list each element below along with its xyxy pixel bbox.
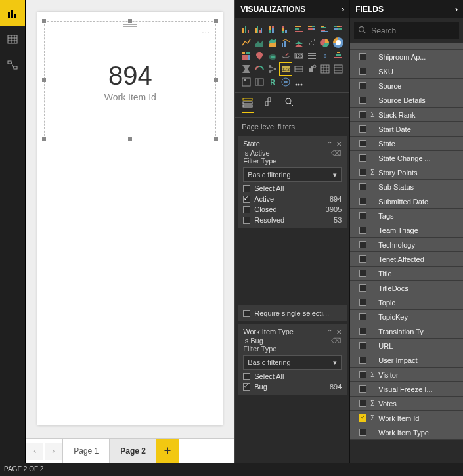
vis-type-icon[interactable] — [254, 63, 265, 75]
checkbox[interactable] — [243, 373, 250, 380]
field-checkbox[interactable] — [359, 169, 366, 176]
remove-filter-icon[interactable]: ✕ — [336, 141, 342, 148]
vis-type-icon[interactable] — [267, 24, 278, 35]
vis-type-icon[interactable] — [306, 63, 318, 75]
filter-type-select[interactable]: Basic filtering▾ — [243, 167, 342, 182]
fields-mode-tab[interactable] — [242, 97, 254, 113]
remove-filter-icon[interactable]: ✕ — [336, 328, 342, 335]
field-row[interactable]: ΣVisitor — [350, 368, 463, 382]
field-row[interactable]: SKU — [350, 64, 463, 79]
vis-type-icon[interactable] — [240, 76, 252, 88]
field-checkbox[interactable] — [359, 400, 366, 407]
add-page-button[interactable]: + — [156, 439, 179, 464]
vis-type-icon[interactable] — [240, 63, 252, 75]
field-checkbox[interactable] — [359, 125, 366, 133]
field-checkbox[interactable] — [359, 299, 366, 306]
field-row[interactable]: URL — [350, 339, 463, 353]
checkbox[interactable] — [243, 185, 250, 192]
card-visual[interactable]: ··· 894 Work Item Id — [44, 21, 216, 139]
filter-option[interactable]: Active894 — [243, 195, 342, 203]
prev-page-button[interactable]: ‹ — [26, 443, 43, 460]
field-row[interactable]: Translation Ty... — [350, 324, 463, 339]
filter-option[interactable]: Bug894 — [243, 383, 342, 391]
vis-type-icon[interactable] — [306, 37, 318, 49]
field-row[interactable]: Work Item Type — [350, 425, 463, 440]
vis-type-icon[interactable] — [254, 50, 265, 62]
next-page-button[interactable]: › — [45, 443, 62, 460]
field-checkbox[interactable] — [359, 241, 366, 248]
vis-type-icon[interactable] — [267, 37, 278, 49]
report-view-button[interactable] — [0, 0, 25, 26]
resize-handle[interactable] — [42, 19, 46, 23]
filter-option[interactable]: Select All — [243, 184, 342, 192]
field-checkbox[interactable] — [359, 342, 366, 349]
vis-type-icon[interactable] — [332, 63, 344, 75]
checkbox[interactable] — [243, 310, 250, 317]
field-checkbox[interactable] — [359, 183, 366, 190]
field-row[interactable]: Tenet Affected — [350, 252, 463, 267]
vis-type-icon[interactable] — [306, 50, 318, 62]
vis-type-icon[interactable] — [267, 50, 278, 62]
field-checkbox[interactable] — [359, 270, 366, 277]
field-row[interactable]: Topic — [350, 295, 463, 310]
field-checkbox[interactable] — [359, 97, 366, 104]
vis-type-icon[interactable] — [240, 50, 252, 62]
field-checkbox[interactable] — [359, 227, 366, 234]
field-checkbox[interactable] — [359, 313, 366, 320]
vis-type-icon[interactable] — [332, 50, 344, 62]
analytics-mode-tab[interactable] — [284, 97, 296, 113]
filter-option[interactable]: Resolved53 — [243, 216, 342, 224]
field-row[interactable]: Team Triage — [350, 223, 463, 238]
field-checkbox[interactable] — [359, 154, 366, 162]
field-row[interactable]: TitleDocs — [350, 281, 463, 295]
vis-type-icon[interactable]: R — [267, 76, 278, 88]
vis-type-icon[interactable] — [280, 50, 292, 62]
field-row[interactable]: Submitted Date — [350, 194, 463, 209]
vis-type-icon[interactable] — [293, 37, 305, 49]
vis-type-icon[interactable] — [293, 63, 305, 75]
vis-type-icon[interactable] — [332, 37, 344, 49]
visual-options-icon[interactable]: ··· — [202, 27, 210, 36]
vis-type-icon[interactable] — [306, 24, 318, 35]
field-row[interactable]: Technology — [350, 238, 463, 252]
field-row[interactable]: Shiproom Ap... — [350, 50, 463, 64]
vis-type-icon[interactable] — [319, 63, 331, 75]
filter-type-select[interactable]: Basic filtering▾ — [243, 355, 342, 370]
page-tab[interactable]: Page 1 — [62, 439, 109, 464]
field-checkbox[interactable] — [359, 255, 366, 263]
fields-header[interactable]: FIELDS › — [350, 0, 463, 18]
vis-type-icon[interactable] — [319, 24, 331, 35]
checkbox[interactable] — [243, 383, 250, 391]
filter-option[interactable]: Closed3905 — [243, 206, 342, 213]
field-row[interactable]: User Impact — [350, 353, 463, 368]
field-checkbox[interactable] — [359, 212, 366, 219]
vis-type-icon[interactable]: 123 — [280, 63, 292, 75]
vis-type-icon[interactable] — [332, 24, 344, 35]
filter-option[interactable]: Select All — [243, 372, 342, 380]
field-row[interactable]: Source — [350, 79, 463, 93]
vis-type-icon[interactable] — [254, 76, 265, 88]
vis-type-icon[interactable] — [293, 24, 305, 35]
data-view-button[interactable] — [0, 26, 25, 53]
resize-handle[interactable] — [214, 137, 218, 141]
field-row[interactable]: TopicKey — [350, 310, 463, 324]
vis-type-icon[interactable] — [254, 24, 265, 35]
resize-handle[interactable] — [128, 137, 132, 141]
clear-filter-icon[interactable]: ⌫ — [331, 149, 342, 158]
field-row[interactable]: Visual Freeze I... — [350, 382, 463, 397]
field-row[interactable]: ΣStack Rank — [350, 108, 463, 122]
field-row[interactable]: Tags — [350, 209, 463, 223]
checkbox[interactable] — [243, 196, 250, 203]
clear-filter-icon[interactable]: ⌫ — [331, 337, 342, 345]
field-row[interactable]: ΣVotes — [350, 397, 463, 411]
field-row[interactable]: Title — [350, 267, 463, 281]
field-checkbox[interactable] — [359, 371, 366, 378]
vis-type-icon[interactable]: 123 — [293, 50, 305, 62]
field-checkbox[interactable] — [359, 357, 366, 364]
checkbox[interactable] — [243, 217, 250, 224]
collapse-icon[interactable]: ⌃ — [327, 328, 332, 335]
field-checkbox[interactable] — [359, 140, 366, 147]
vis-type-icon[interactable] — [240, 24, 252, 35]
field-checkbox[interactable] — [359, 385, 366, 393]
field-row[interactable]: State — [350, 137, 463, 151]
